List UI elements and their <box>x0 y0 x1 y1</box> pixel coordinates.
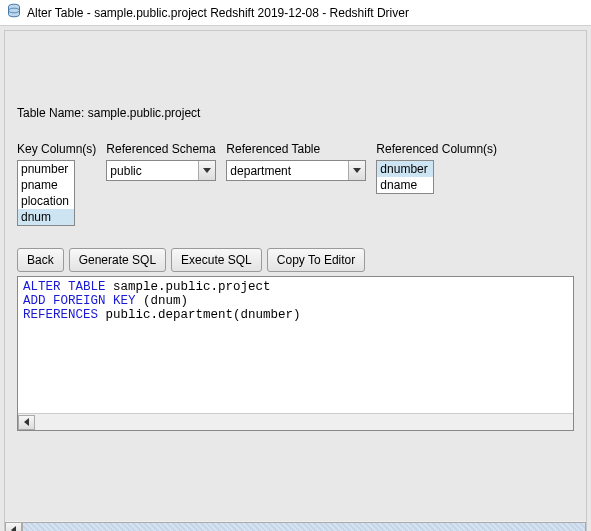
ref-table-dropdown-button[interactable] <box>348 161 365 180</box>
database-icon <box>6 3 22 22</box>
chevron-down-icon <box>353 168 361 173</box>
ref-table-header: Referenced Table <box>226 142 366 156</box>
window-title: Alter Table - sample.public.project Reds… <box>27 6 409 20</box>
sql-panel: ALTER TABLE sample.public.project ADD FO… <box>17 276 574 431</box>
back-button[interactable]: Back <box>17 248 64 272</box>
sql-textarea[interactable]: ALTER TABLE sample.public.project ADD FO… <box>18 277 573 413</box>
key-column-item[interactable]: pname <box>18 177 74 193</box>
triangle-left-icon <box>24 418 29 426</box>
table-name-label: Table Name: <box>17 106 88 120</box>
table-name-row: Table Name: sample.public.project <box>17 106 574 120</box>
chevron-down-icon <box>203 168 211 173</box>
panel-horizontal-scrollbar[interactable] <box>5 521 586 531</box>
sql-horizontal-scrollbar[interactable] <box>18 413 573 430</box>
triangle-left-icon <box>11 526 16 532</box>
key-column-item[interactable]: plocation <box>18 193 74 209</box>
execute-sql-button[interactable]: Execute SQL <box>171 248 262 272</box>
ref-schema-combo[interactable] <box>106 160 216 181</box>
ref-schema-dropdown-button[interactable] <box>198 161 215 180</box>
scroll-left-button[interactable] <box>5 522 22 531</box>
table-name-value: sample.public.project <box>88 106 201 120</box>
ref-schema-input[interactable] <box>107 161 198 180</box>
ref-columns-header: Referenced Column(s) <box>376 142 497 156</box>
key-column-item[interactable]: dnum <box>18 209 74 225</box>
ref-table-combo[interactable] <box>226 160 366 181</box>
copy-to-editor-button[interactable]: Copy To Editor <box>267 248 366 272</box>
content-panel: Table Name: sample.public.project Key Co… <box>4 30 587 531</box>
window-titlebar: Alter Table - sample.public.project Reds… <box>0 0 591 26</box>
key-column-item[interactable]: pnumber <box>18 161 74 177</box>
ref-schema-header: Referenced Schema <box>106 142 216 156</box>
ref-table-input[interactable] <box>227 161 348 180</box>
ref-columns-list[interactable]: dnumberdname <box>376 160 434 194</box>
ref-column-item[interactable]: dnumber <box>377 161 433 177</box>
generate-sql-button[interactable]: Generate SQL <box>69 248 166 272</box>
ref-column-item[interactable]: dname <box>377 177 433 193</box>
scrollbar-track[interactable] <box>22 522 586 531</box>
scroll-left-button[interactable] <box>18 415 35 430</box>
key-columns-list[interactable]: pnumberpnameplocationdnum <box>17 160 75 226</box>
key-columns-header: Key Column(s) <box>17 142 96 156</box>
